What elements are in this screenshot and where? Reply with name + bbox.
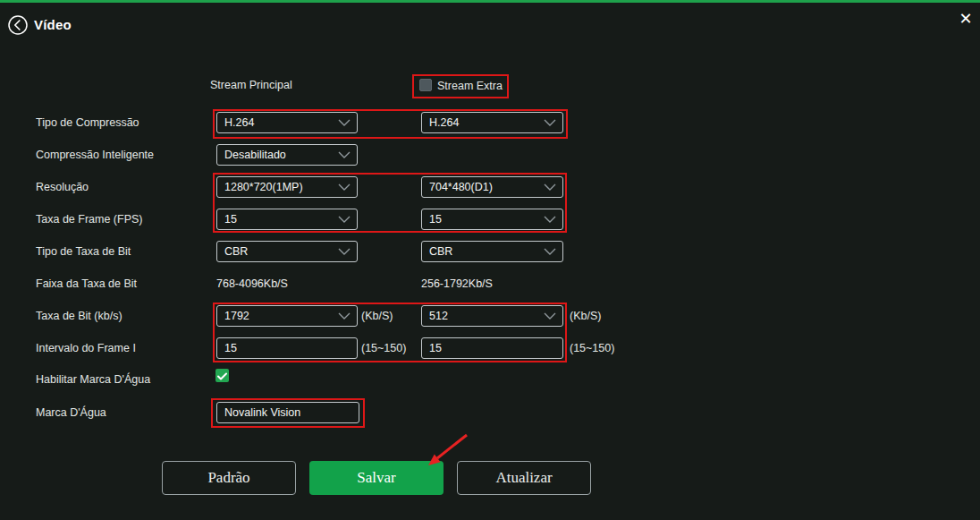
resolution-label: Resolução xyxy=(36,180,89,194)
bitrate-range-label: Faixa da Taxa de Bit xyxy=(36,277,137,291)
compression-principal-select[interactable]: H.264 xyxy=(216,112,358,133)
compression-extra-select[interactable]: H.264 xyxy=(421,112,563,133)
iframe-interval-principal-range: (15~150) xyxy=(361,341,406,355)
fps-label: Taxa de Frame (FPS) xyxy=(36,212,142,226)
fps-extra-select[interactable]: 15 xyxy=(421,209,563,230)
save-button[interactable]: Salvar xyxy=(309,461,444,495)
bitrate-extra-unit: (Kb/S) xyxy=(570,309,601,323)
smart-compression-label: Compressão Inteligente xyxy=(36,148,154,162)
fps-principal-select[interactable]: 15 xyxy=(216,209,358,230)
bitrate-label: Taxa de Bit (kb/s) xyxy=(36,309,122,323)
chevron-down-icon xyxy=(338,245,351,258)
chevron-down-icon xyxy=(338,116,351,129)
stream-extra-checkbox[interactable] xyxy=(419,79,432,91)
stream-principal-header: Stream Principal xyxy=(210,78,292,92)
chevron-down-icon xyxy=(544,181,556,193)
back-button[interactable] xyxy=(7,14,29,36)
chevron-down-icon xyxy=(338,310,351,322)
check-icon xyxy=(217,368,227,384)
page-title: Vídeo xyxy=(34,17,72,32)
watermark-input[interactable] xyxy=(216,402,359,423)
chevron-down-icon xyxy=(544,245,556,258)
chevron-down-icon xyxy=(544,310,556,322)
iframe-interval-principal-input[interactable] xyxy=(216,337,358,359)
watermark-enable-label: Habilitar Marca D'Água xyxy=(36,372,150,387)
chevron-down-icon xyxy=(544,116,556,129)
bitrate-type-label: Tipo de Taxa de Bit xyxy=(36,244,131,259)
iframe-interval-extra-range: (15~150) xyxy=(570,341,614,355)
stream-extra-header: Stream Extra xyxy=(437,79,503,93)
chevron-down-icon xyxy=(544,213,556,226)
refresh-button[interactable]: Atualizar xyxy=(457,461,591,495)
default-button[interactable]: Padrão xyxy=(162,461,296,495)
chevron-down-icon xyxy=(338,149,351,161)
bitrate-type-extra-select[interactable]: CBR xyxy=(421,241,563,262)
bitrate-principal-unit: (Kb/S) xyxy=(361,309,393,323)
chevron-down-icon xyxy=(338,213,351,226)
watermark-label: Marca D'Água xyxy=(36,405,106,420)
chevron-down-icon xyxy=(338,181,351,193)
back-arrow-icon xyxy=(7,23,29,38)
bitrate-range-extra-value: 256-1792Kb/S xyxy=(421,277,493,291)
video-settings-panel: Vídeo ✕ Stream Principal Stream Extra Ti… xyxy=(0,0,980,520)
compression-label: Tipo de Compressão xyxy=(36,115,139,130)
iframe-interval-label: Intervalo do Frame I xyxy=(36,341,136,355)
bitrate-principal-select[interactable]: 1792 xyxy=(216,305,358,327)
iframe-interval-extra-input[interactable] xyxy=(421,337,563,359)
resolution-principal-select[interactable]: 1280*720(1MP) xyxy=(216,176,358,198)
top-accent-bar xyxy=(0,0,980,3)
smart-compression-select[interactable]: Desabilitado xyxy=(216,144,358,166)
bitrate-range-principal-value: 768-4096Kb/S xyxy=(216,277,288,291)
watermark-enable-checkbox[interactable] xyxy=(215,369,229,382)
bitrate-extra-select[interactable]: 512 xyxy=(421,305,563,327)
resolution-extra-select[interactable]: 704*480(D1) xyxy=(421,176,563,198)
bitrate-type-principal-select[interactable]: CBR xyxy=(216,241,358,262)
close-icon[interactable]: ✕ xyxy=(954,7,977,30)
